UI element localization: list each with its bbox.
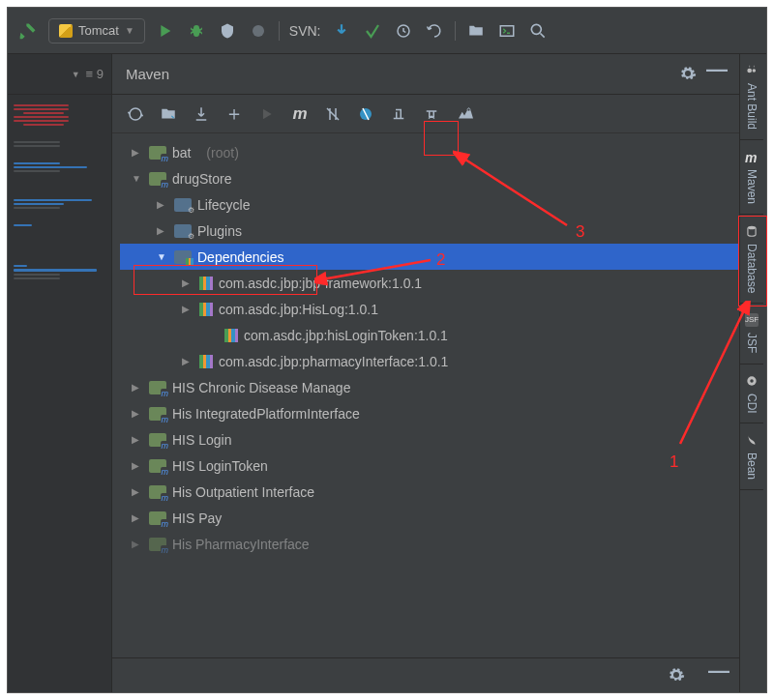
- svg-point-0: [253, 25, 264, 37]
- toggle-offline-icon[interactable]: [323, 104, 342, 124]
- minimap: [8, 95, 111, 289]
- tree-node-dependencies[interactable]: Dependencies: [120, 244, 739, 270]
- tool-window-title: Maven: [126, 66, 169, 82]
- svg-rect-2: [500, 25, 514, 36]
- build-icon[interactable]: [17, 20, 39, 42]
- toolbar-separator: [455, 21, 456, 41]
- tree-dependency[interactable]: com.asdc.jbp:HisLog:1.0.1: [120, 296, 739, 322]
- svn-history-icon[interactable]: [393, 20, 414, 42]
- svn-revert-icon[interactable]: [424, 20, 445, 42]
- terminal-icon[interactable]: [496, 20, 518, 42]
- toggle-skip-tests-icon[interactable]: [356, 104, 375, 124]
- ant-build-tab[interactable]: Ant Build: [740, 54, 763, 140]
- tree-dependency[interactable]: com.asdc.jbp:jbp-framework:1.0.1: [120, 270, 739, 296]
- svg-point-3: [531, 24, 541, 34]
- maven-settings-icon[interactable]: [455, 104, 474, 124]
- tree-module[interactable]: HIS Chronic Disease Manage: [120, 374, 739, 400]
- minimize-icon[interactable]: —: [706, 65, 726, 84]
- dependency-icon: [199, 277, 213, 290]
- collapse-all-icon[interactable]: [422, 104, 441, 124]
- svn-label: SVN:: [289, 23, 321, 39]
- maven-module-icon: [149, 146, 166, 160]
- run-icon[interactable]: [155, 20, 176, 42]
- editor-gutter: ▼≡ 9: [8, 54, 112, 692]
- maven-tree: bat (root) drugStore Lifecycle Plugins D…: [112, 133, 739, 657]
- show-dependencies-icon[interactable]: [389, 104, 408, 124]
- bean-tab[interactable]: Bean: [740, 423, 763, 490]
- svg-point-10: [467, 108, 470, 111]
- plugins-folder-icon: [174, 224, 192, 238]
- tree-module[interactable]: HIS LoginToken: [120, 452, 739, 479]
- generate-sources-icon[interactable]: [159, 104, 178, 124]
- tree-module[interactable]: His Outpatient Interface: [120, 479, 739, 505]
- search-icon[interactable]: [527, 20, 549, 42]
- gutter-indicator[interactable]: ▼≡ 9: [8, 54, 111, 95]
- tree-module[interactable]: HIS Login: [120, 426, 739, 452]
- tree-module[interactable]: His IntegratedPlatformInterface: [120, 400, 739, 426]
- dependency-icon: [199, 303, 213, 316]
- maven-module-icon: [149, 459, 166, 473]
- main-toolbar: Tomcat ▼ SVN:: [8, 8, 766, 54]
- maven-module-icon: [149, 433, 166, 447]
- maven-m-icon: m: [745, 150, 759, 163]
- maven-module-icon: [149, 381, 166, 394]
- lifecycle-folder-icon: [174, 198, 192, 212]
- open-folder-icon[interactable]: [465, 20, 487, 42]
- tree-module[interactable]: HIS Pay: [120, 505, 739, 531]
- ide-frame: Tomcat ▼ SVN:: [7, 7, 767, 693]
- tree-node-lifecycle[interactable]: Lifecycle: [120, 191, 739, 218]
- tree-dependency[interactable]: com.asdc.jbp:hisLoginToken:1.0.1: [120, 322, 739, 348]
- run-config-label: Tomcat: [78, 23, 119, 38]
- svg-point-8: [750, 379, 754, 383]
- jsf-tab[interactable]: JSF JSF: [740, 304, 763, 364]
- tree-module-bat[interactable]: bat (root): [120, 139, 739, 165]
- minimize-icon[interactable]: —: [708, 666, 728, 685]
- svg-point-4: [747, 69, 752, 73]
- tree-node-plugins[interactable]: Plugins: [120, 218, 739, 244]
- svn-update-icon[interactable]: [362, 20, 383, 42]
- tree-dependency[interactable]: com.asdc.jbp:pharmacyInterface:1.0.1: [120, 348, 739, 374]
- chevron-down-icon: ▼: [125, 25, 134, 36]
- right-tool-strip: Ant Build m Maven Database JSF JSF CDI B…: [739, 54, 766, 692]
- tool-window-header: Maven —: [112, 54, 739, 95]
- add-maven-project-icon[interactable]: ＋: [224, 104, 244, 124]
- debug-icon[interactable]: [186, 20, 207, 42]
- profile-icon[interactable]: [248, 20, 269, 42]
- maven-module-icon: [149, 407, 166, 421]
- maven-module-icon: [149, 511, 166, 525]
- tomcat-icon: [59, 24, 73, 38]
- maven-module-icon: [149, 172, 166, 186]
- svn-commit-icon[interactable]: [331, 20, 352, 42]
- download-sources-icon[interactable]: [192, 104, 211, 124]
- execute-maven-goal-icon[interactable]: m: [290, 104, 310, 124]
- tool-window-footer: —: [112, 657, 739, 692]
- svg-point-6: [748, 226, 756, 230]
- coverage-icon[interactable]: [217, 20, 238, 42]
- gear-icon[interactable]: [668, 666, 687, 685]
- maven-toolbar: ＋ m: [112, 95, 739, 133]
- dependency-icon: [199, 355, 213, 368]
- database-tab[interactable]: Database: [740, 215, 763, 304]
- toolbar-separator: [279, 21, 280, 41]
- tree-module[interactable]: His PharmacyInterface: [120, 531, 739, 557]
- tree-module-drugstore[interactable]: drugStore: [120, 165, 739, 191]
- dependencies-folder-icon: [174, 250, 192, 264]
- maven-tab[interactable]: m Maven: [740, 140, 763, 215]
- dependency-icon: [224, 329, 238, 342]
- reimport-icon[interactable]: [126, 104, 145, 124]
- cdi-tab[interactable]: CDI: [740, 365, 763, 424]
- run-config-dropdown[interactable]: Tomcat ▼: [48, 18, 145, 44]
- svg-point-5: [753, 69, 757, 73]
- gear-icon[interactable]: [679, 65, 699, 84]
- maven-module-icon: [149, 485, 166, 499]
- maven-tool-window: Maven — ＋ m bat (root) drugStore Lifecyc…: [112, 54, 739, 692]
- run-maven-build-icon[interactable]: [257, 104, 277, 124]
- maven-module-icon: [149, 538, 166, 551]
